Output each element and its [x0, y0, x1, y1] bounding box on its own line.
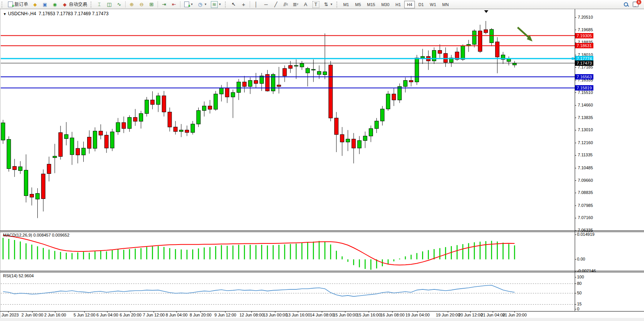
crosshair-button[interactable]: + — [239, 0, 248, 9]
depth-button[interactable]: ▣ — [40, 0, 49, 9]
candle-body — [128, 118, 131, 129]
timeframe-button-h1[interactable]: H1 — [393, 1, 403, 8]
brush-button[interactable]: ◆ — [30, 0, 40, 9]
text-button[interactable]: A — [301, 0, 310, 9]
auto-scroll-button[interactable]: ⇥ — [159, 0, 169, 9]
template-button[interactable]: ≋▼ — [209, 0, 223, 9]
candle-body — [335, 118, 338, 134]
new-order-button[interactable]: 新订单 — [6, 0, 30, 9]
vline-button[interactable]: │ — [252, 0, 261, 9]
text-label-button[interactable]: T — [311, 0, 321, 9]
candle-body — [231, 92, 235, 97]
price-axis-label: 7.13835 — [578, 115, 593, 120]
profile-icon: ▣ — [42, 2, 48, 8]
collapse-triangle-icon[interactable]: ▼ — [3, 12, 6, 16]
chevron-down-icon: ▼ — [204, 3, 207, 6]
candle-chart-icon: ◫ — [106, 2, 112, 8]
candle-body — [202, 106, 206, 111]
price-tag-7.16563[interactable]: 7.16563 — [575, 74, 593, 79]
toolbar-grip[interactable] — [2, 2, 4, 8]
price-axis-label: 7.11335 — [578, 153, 593, 157]
candle-body — [168, 112, 172, 127]
price-tag-7.15819[interactable]: 7.15819 — [575, 85, 593, 91]
zoom-out-icon: ⊖ — [139, 2, 145, 8]
candle-body — [139, 113, 143, 121]
candle-body — [300, 64, 304, 67]
timeframe-button-m5[interactable]: M5 — [352, 1, 363, 8]
rsi-axis-label: 50 — [577, 291, 582, 295]
candle-body — [421, 56, 424, 58]
candle-body — [225, 88, 229, 97]
line-chart-button[interactable]: ∿ — [115, 0, 124, 9]
chevron-down-icon: ▼ — [190, 3, 193, 6]
signal-button[interactable]: ◉ — [50, 0, 59, 9]
zoom-in-button[interactable]: ⊕ — [127, 0, 136, 9]
vline-icon: │ — [253, 2, 259, 8]
hline-icon: ─ — [263, 2, 269, 8]
toolbar-grip[interactable] — [91, 2, 93, 8]
candle-body — [352, 139, 355, 148]
channel-button[interactable]: ⫻E — [281, 0, 290, 9]
candle-body — [248, 81, 252, 87]
fibonacci-icon: ≣F — [293, 2, 299, 8]
toolbar-grip[interactable] — [336, 2, 339, 8]
auto-trading-button[interactable]: ◆ 自动交易 — [60, 0, 89, 9]
candle-body — [438, 51, 442, 54]
chart-shift-button[interactable]: ⇤ — [169, 0, 179, 9]
time-axis-label: 15 Jun 16:00 — [357, 313, 381, 317]
timeframe-button-mn[interactable]: MN — [440, 1, 451, 8]
macd-label: MACD(12,26,9) 0.008457 0.009652 — [3, 233, 69, 237]
candle-body — [93, 131, 97, 148]
candle-body — [369, 129, 373, 136]
candle-body — [174, 127, 177, 132]
hline-button[interactable]: ─ — [261, 0, 271, 9]
candle-body — [381, 109, 384, 121]
line-handle[interactable] — [572, 57, 574, 60]
bar-chart-button[interactable]: ⌶ — [95, 0, 104, 9]
candle-body — [398, 86, 402, 100]
timeframe-button-m15[interactable]: M15 — [364, 1, 378, 8]
candle-body — [415, 58, 419, 82]
candle-chart-button[interactable]: ◫ — [105, 0, 114, 9]
time-axis-label: 20 Jun 12:00 — [458, 313, 483, 317]
period-button[interactable]: ◷▼ — [196, 0, 209, 9]
cursor-button[interactable]: ↖ — [229, 0, 238, 9]
candle-body — [346, 139, 350, 142]
candle-body — [24, 170, 28, 195]
auto-trading-label: 自动交易 — [69, 1, 87, 8]
candle-body — [18, 167, 22, 170]
toolbar-grip[interactable] — [225, 2, 228, 8]
chart-shift-icon: ⇤ — [171, 2, 177, 8]
candle-body — [13, 167, 16, 170]
candle-body — [105, 135, 108, 148]
signal-icon: ◉ — [52, 2, 58, 8]
zoom-out-button[interactable]: ⊖ — [137, 0, 146, 9]
trendline-icon: ╱ — [273, 2, 279, 8]
price-tag-7.17473[interactable]: 7.17473 — [575, 60, 593, 66]
candle-body — [340, 135, 344, 142]
candle-body — [1, 123, 5, 140]
chevron-down-icon: ▼ — [218, 3, 222, 6]
candle-body — [76, 148, 80, 155]
candle-body — [283, 68, 287, 76]
price-tag-7.18631[interactable]: 7.18631 — [575, 43, 593, 48]
line-chart-icon: ∿ — [116, 2, 122, 8]
price-tag-7.19305[interactable]: 7.19305 — [575, 33, 593, 38]
template-icon: ≋ — [211, 1, 218, 8]
timeframe-button-m30[interactable]: M30 — [379, 1, 392, 8]
timeframe-button-w1[interactable]: W1 — [427, 1, 439, 8]
tile-windows-icon: ⊞ — [148, 2, 155, 8]
symbol-title: USDCNH-,H4 — [8, 11, 36, 16]
timeframe-button-h4[interactable]: H4 — [404, 1, 415, 8]
search-button[interactable] — [622, 0, 630, 9]
timeframe-button-m1[interactable]: M1 — [341, 1, 352, 8]
arrows-tool-button[interactable]: ⇅▼ — [322, 0, 335, 9]
timeframe-button-d1[interactable]: D1 — [416, 1, 426, 8]
trendline-button[interactable]: ╱ — [271, 0, 281, 9]
notifications-button[interactable]: 1 — [631, 0, 640, 9]
chart-canvas[interactable] — [0, 0, 644, 321]
fibonacci-button[interactable]: ≣F — [291, 0, 300, 9]
new-chart-button[interactable]: ▼ — [182, 0, 195, 9]
window-bottom-edge — [0, 318, 644, 321]
tile-windows-button[interactable]: ⊞ — [147, 0, 156, 9]
